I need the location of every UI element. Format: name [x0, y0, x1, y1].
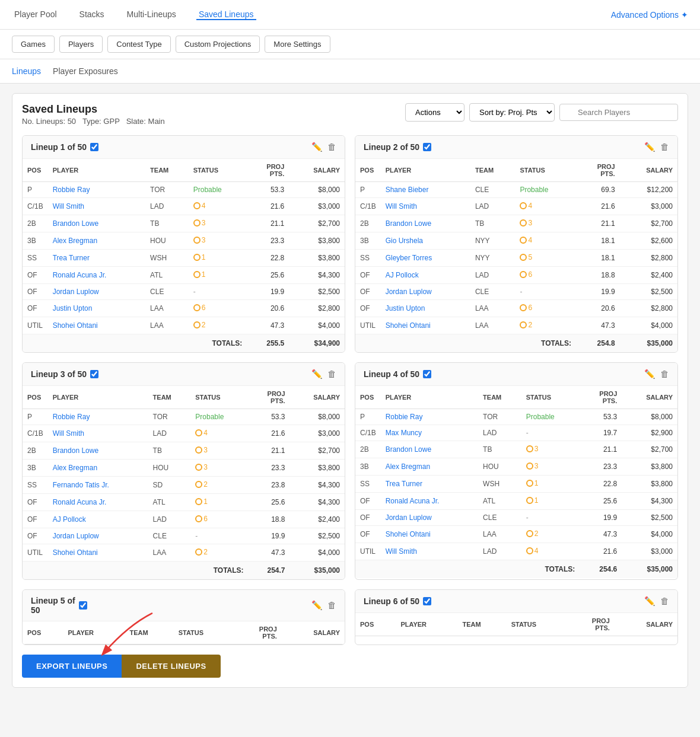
totals-proj: 255.5	[247, 334, 289, 353]
player-link[interactable]: Gleyber Torres	[386, 254, 432, 262]
lineup-4-edit-icon[interactable]: ✏️	[644, 369, 656, 379]
lineup-3-delete-icon[interactable]: 🗑	[327, 369, 336, 379]
table-row: OF Jordan Luplow CLE - 19.9 $2,500	[23, 284, 345, 300]
nav-player-pool[interactable]: Player Pool	[12, 9, 59, 20]
tab-player-exposures[interactable]: Player Exposures	[53, 66, 118, 76]
sub-nav-contest-type[interactable]: Contest Type	[107, 36, 170, 53]
lineup-1-delete-icon[interactable]: 🗑	[327, 142, 336, 152]
col-salary: SALARY	[290, 386, 345, 409]
player-link[interactable]: Jordan Luplow	[53, 532, 99, 540]
tab-lineups[interactable]: Lineups	[12, 66, 41, 76]
player-link[interactable]: Robbie Ray	[386, 413, 423, 421]
player-proj: 18.8	[576, 267, 620, 284]
col-status: STATUS	[174, 621, 234, 645]
player-link[interactable]: Ronald Acuna Jr.	[53, 498, 107, 506]
lineup-5-label: Lineup 5 of50	[31, 596, 75, 615]
player-team: LAD	[148, 511, 191, 528]
player-link[interactable]: AJ Pollock	[53, 515, 86, 524]
search-input[interactable]	[559, 104, 678, 121]
nav-stacks[interactable]: Stacks	[77, 9, 107, 20]
lineup-3-checkbox[interactable]	[90, 370, 98, 378]
player-link[interactable]: Ronald Acuna Jr.	[53, 271, 107, 279]
player-link[interactable]: Jordan Luplow	[386, 288, 432, 296]
status-num: 4	[203, 429, 208, 437]
player-link[interactable]: Justin Upton	[53, 304, 93, 312]
player-link[interactable]: Max Muncy	[386, 429, 422, 437]
lineup-1-edit-icon[interactable]: ✏️	[311, 142, 323, 152]
sub-nav-custom-projections[interactable]: Custom Projections	[176, 36, 260, 53]
lineup-6-edit-icon[interactable]: ✏️	[644, 596, 656, 607]
export-lineups-button[interactable]: EXPORT LINEUPS	[22, 655, 122, 678]
player-link[interactable]: Ronald Acuna Jr.	[386, 497, 440, 505]
delete-lineups-button[interactable]: DELETE LINEUPS	[122, 655, 220, 678]
player-name: AJ Pollock	[48, 511, 148, 528]
actions-select[interactable]: Actions	[405, 103, 464, 122]
player-link[interactable]: Will Smith	[386, 202, 417, 210]
player-link[interactable]: Shohei Ohtani	[386, 321, 431, 330]
circle-icon	[195, 498, 202, 505]
lineup-5-table: POS PLAYER TEAM STATUS PROJPTS. SALARY	[23, 621, 345, 645]
player-link[interactable]: Fernando Tatis Jr.	[53, 481, 109, 489]
lineup-2-edit-icon[interactable]: ✏️	[644, 142, 656, 152]
player-link[interactable]: Robbie Ray	[53, 413, 90, 421]
nav-multi-lineups[interactable]: Multi-Lineups	[125, 9, 179, 20]
lineup-4-delete-icon[interactable]: 🗑	[660, 369, 669, 379]
circle-icon	[195, 481, 202, 488]
lineup-5-checkbox[interactable]	[79, 601, 87, 610]
lineup-2-checkbox[interactable]	[423, 143, 431, 151]
player-proj: 21.6	[580, 543, 622, 560]
player-link[interactable]: Jordan Luplow	[386, 513, 432, 522]
player-link[interactable]: Trea Turner	[386, 480, 422, 488]
lineup-1-checkbox[interactable]	[90, 143, 98, 151]
player-link[interactable]: Alex Bregman	[386, 462, 430, 471]
lineups-grid: Lineup 1 of 50 ✏️ 🗑 POS PLAYER TEAM	[22, 135, 678, 580]
player-link[interactable]: Shohei Ohtani	[386, 530, 431, 538]
player-pos: 3B	[23, 460, 48, 477]
player-link[interactable]: Brandon Lowe	[53, 219, 98, 228]
status-circle: 1	[193, 270, 206, 279]
totals-label: TOTALS:	[355, 334, 576, 353]
table-row: 2B Brandon Lowe TB 3 21.1 $2,700	[23, 442, 345, 460]
lineup-6-delete-icon[interactable]: 🗑	[660, 596, 669, 607]
status-num: 4	[528, 236, 532, 244]
sub-nav-players[interactable]: Players	[59, 36, 103, 53]
player-team: CLE	[145, 284, 189, 300]
player-link[interactable]: Brandon Lowe	[386, 219, 431, 228]
lineup-5-delete-icon[interactable]: 🗑	[327, 600, 336, 611]
player-link[interactable]: Brandon Lowe	[53, 446, 98, 455]
player-link[interactable]: Gio Urshela	[386, 237, 423, 245]
player-link[interactable]: Justin Upton	[386, 304, 425, 312]
saved-lineups-panel: Saved Lineups No. Lineups: 50 Type: GPP …	[12, 93, 688, 688]
player-link[interactable]: Trea Turner	[53, 254, 90, 262]
player-status: 2	[521, 526, 580, 543]
sub-nav-more-settings[interactable]: More Settings	[265, 36, 330, 53]
player-link[interactable]: Jordan Luplow	[53, 288, 99, 296]
circle-icon	[195, 429, 202, 436]
player-link[interactable]: Alex Bregman	[53, 464, 97, 472]
player-link[interactable]: Alex Bregman	[53, 237, 97, 245]
lineup-6-checkbox[interactable]	[423, 597, 431, 605]
lineup-4-checkbox[interactable]	[423, 370, 431, 378]
lineup-3-edit-icon[interactable]: ✏️	[311, 369, 323, 379]
player-link[interactable]: Will Smith	[386, 547, 417, 556]
content-tabs: Lineups Player Exposures	[0, 59, 700, 84]
sub-nav-games[interactable]: Games	[12, 36, 55, 53]
lineup-2-delete-icon[interactable]: 🗑	[660, 142, 669, 152]
status-num: 1	[202, 270, 206, 279]
player-link[interactable]: Will Smith	[53, 202, 84, 210]
lineup-5-edit-icon[interactable]: ✏️	[311, 600, 323, 611]
advanced-options-link[interactable]: Advanced Options ✦	[611, 10, 688, 20]
table-row: P Robbie Ray TOR Probable 53.3 $8,000	[23, 182, 345, 198]
player-link[interactable]: Shane Bieber	[386, 186, 429, 194]
player-link[interactable]: Robbie Ray	[53, 186, 90, 194]
status-circle: 6	[520, 270, 532, 279]
player-link[interactable]: Shohei Ohtani	[53, 321, 98, 330]
sort-select[interactable]: Sort by: Proj. Pts	[469, 103, 555, 122]
player-link[interactable]: AJ Pollock	[386, 271, 419, 279]
player-team: LAA	[470, 317, 516, 334]
player-link[interactable]: Shohei Ohtani	[53, 548, 98, 557]
table-row: P Robbie Ray TOR Probable 53.3 $8,000	[23, 409, 345, 425]
player-link[interactable]: Brandon Lowe	[386, 445, 431, 454]
player-link[interactable]: Will Smith	[53, 429, 84, 438]
nav-saved-lineups[interactable]: Saved Lineups	[196, 9, 256, 20]
